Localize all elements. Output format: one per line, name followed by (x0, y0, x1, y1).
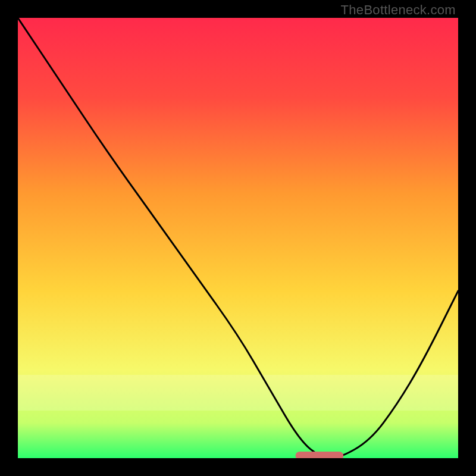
chart-frame (18, 18, 458, 458)
bottleneck-chart (18, 18, 458, 458)
watermark-text: TheBottleneck.com (341, 2, 456, 18)
haze-band (18, 375, 458, 411)
